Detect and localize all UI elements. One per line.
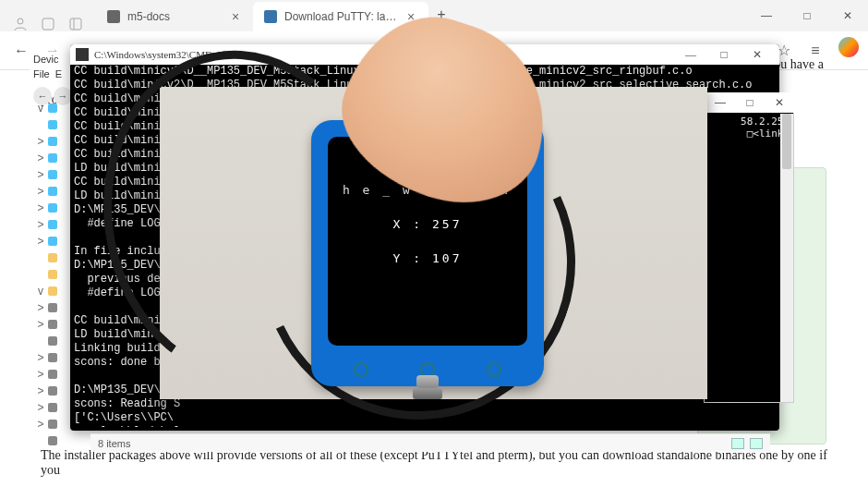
tab-m5docs[interactable]: m5-docs × [96,2,253,31]
workspace-icon[interactable] [41,17,55,31]
view-details-icon[interactable] [731,438,744,449]
menu-edit[interactable]: E [55,68,62,79]
item-count: 8 items [98,438,130,449]
cmd-icon [76,48,89,61]
copilot-icon[interactable] [838,37,859,57]
usb-connector [409,375,446,408]
explorer-statusbar: 8 items [90,433,770,452]
svg-rect-1 [42,18,54,30]
profile-icon[interactable] [13,17,28,31]
minimize-button[interactable]: — [705,92,735,113]
device-button-c [487,362,501,377]
value-x: 257 [432,217,462,231]
page-paragraph: The installer packages above will provid… [41,448,827,478]
device-photo: h e _ w o r l d ! X : 257 Y : 107 [160,87,707,399]
svg-point-0 [18,18,23,24]
scrollbar[interactable] [780,114,793,402]
putty-icon [264,10,277,23]
explorer-window: Devic File E [30,52,74,89]
tab-title: m5-docs [127,10,222,23]
value-y: 107 [432,251,462,265]
sidebar-icon[interactable] [68,17,83,31]
device-button-a [354,362,368,377]
maximize-button[interactable]: □ [707,44,741,65]
window-controls: — □ ✕ [746,0,868,31]
maximize-button[interactable]: □ [787,0,827,31]
label-x: X : [393,217,423,231]
close-icon[interactable]: × [229,10,242,23]
view-icons-icon[interactable] [750,438,763,449]
screen-row-y: Y : 107 [393,251,463,265]
doc-icon [107,10,120,23]
explorer-tree[interactable]: v > > > > > > > v > > > > > > > [35,100,63,449]
svg-rect-2 [70,18,81,30]
menu-file[interactable]: File [33,68,50,79]
putty-titlebar[interactable]: — □ ✕ [704,92,794,113]
close-button[interactable]: ✕ [741,44,774,65]
maximize-button[interactable]: □ [735,92,765,113]
tab-title: Download PuTTY: latest release ( [284,10,397,23]
close-button[interactable]: ✕ [827,0,868,31]
close-button[interactable]: ✕ [765,92,794,113]
label-y: Y : [393,251,423,265]
putty-window: 58.2.255 □<link> [704,92,794,403]
scrollbar-thumb[interactable] [782,114,791,169]
screen-row-x: X : 257 [393,217,463,231]
minimize-button[interactable]: — [674,44,707,65]
minimize-button[interactable]: — [746,0,787,31]
explorer-title: Devic [33,54,59,65]
